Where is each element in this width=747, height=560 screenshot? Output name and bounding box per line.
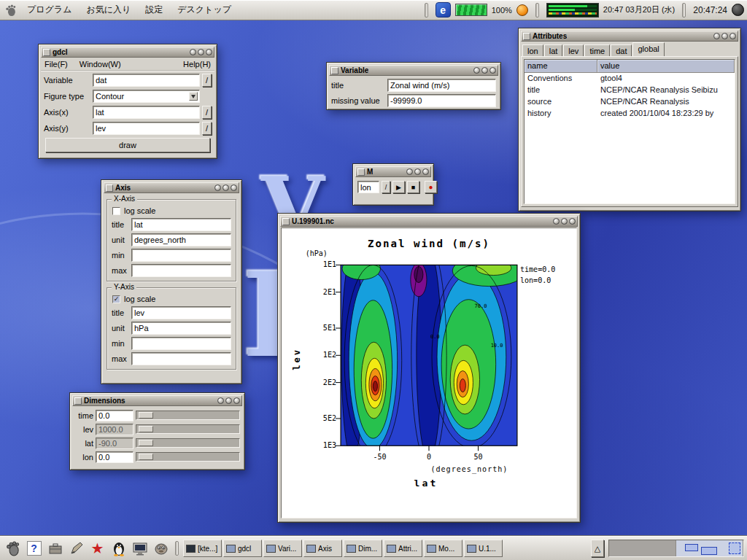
axis-y-slash-button[interactable]: /: [202, 122, 212, 135]
tab-time[interactable]: time: [584, 44, 610, 56]
table-row[interactable]: history created 2001/10/04 18:23:29 by: [525, 108, 735, 120]
lev-slider[interactable]: [136, 424, 240, 434]
variable-field[interactable]: dat: [93, 74, 200, 87]
title-field[interactable]: Zonal wind (m/s): [387, 79, 496, 92]
pager-arrow-button[interactable]: △: [591, 540, 604, 557]
table-row[interactable]: title NCEP/NCAR Reanalysis Seibizu: [525, 85, 735, 96]
lon-slider[interactable]: [136, 452, 240, 462]
menu-help[interactable]: Help(H): [183, 60, 211, 69]
window-menu-icon[interactable]: [43, 49, 50, 56]
mini-window[interactable]: [685, 544, 698, 551]
pen-launcher[interactable]: [66, 539, 86, 558]
axis-x-field[interactable]: lat: [93, 106, 200, 119]
menu-file[interactable]: File(F): [44, 60, 68, 69]
task-variable[interactable]: Vari...: [263, 540, 302, 557]
minimize-button[interactable]: [553, 218, 560, 225]
lat-slider[interactable]: [136, 438, 240, 448]
panel-corner-icon[interactable]: [732, 4, 744, 16]
star-launcher[interactable]: ★: [88, 539, 107, 558]
axis-titlebar[interactable]: Axis: [104, 182, 239, 193]
axis-x-slash-button[interactable]: /: [202, 106, 212, 119]
task-plot[interactable]: U.1...: [464, 540, 503, 557]
draw-button[interactable]: draw: [45, 138, 210, 152]
close-button[interactable]: [489, 67, 496, 74]
slider-handle[interactable]: [139, 440, 153, 446]
maximize-button[interactable]: [225, 397, 232, 404]
clock-time[interactable]: 20:47:24: [693, 5, 727, 15]
slash-button[interactable]: /: [382, 181, 390, 193]
mini-window-selected[interactable]: [729, 542, 740, 554]
y-title-field[interactable]: lev: [131, 306, 231, 319]
table-row[interactable]: Conventions gtool4: [525, 73, 735, 85]
menu-desktop[interactable]: デスクトップ: [171, 1, 238, 18]
desk-guide[interactable]: [608, 540, 744, 557]
minimize-button[interactable]: [713, 33, 720, 39]
menu-programs[interactable]: プログラム: [20, 1, 78, 18]
help-launcher[interactable]: ?: [24, 539, 44, 558]
menu-settings[interactable]: 設定: [139, 1, 169, 18]
missing-value-field[interactable]: -99999.0: [387, 94, 496, 107]
close-button[interactable]: [729, 33, 736, 39]
maximize-button[interactable]: [222, 184, 229, 191]
menu-window[interactable]: Window(W): [80, 60, 121, 69]
panel-separator[interactable]: [425, 3, 428, 18]
y-log-scale-checkbox[interactable]: ✓: [112, 295, 120, 303]
task-gdcl[interactable]: gdcl: [223, 540, 262, 557]
tab-lon[interactable]: lon: [522, 44, 543, 56]
dropdown-arrow-icon[interactable]: [189, 92, 198, 101]
column-header-name[interactable]: name: [525, 60, 597, 72]
dimension-combo[interactable]: lon: [357, 181, 379, 193]
maximize-button[interactable]: [481, 67, 488, 74]
slider-handle[interactable]: [139, 454, 153, 460]
lon-field[interactable]: 0.0: [96, 451, 133, 463]
menu-favorites[interactable]: お気に入り: [80, 1, 137, 18]
slider-handle[interactable]: [139, 412, 153, 419]
minimize-button[interactable]: [406, 168, 413, 175]
desktop-2-active[interactable]: [676, 540, 743, 556]
task-dimensions[interactable]: Dim...: [344, 540, 382, 557]
minimize-button[interactable]: [214, 184, 221, 191]
desktop-1[interactable]: [609, 540, 676, 556]
minimize-button[interactable]: [217, 397, 224, 404]
y-max-field[interactable]: [131, 352, 231, 365]
x-title-field[interactable]: lat: [131, 218, 231, 231]
display-launcher[interactable]: [130, 539, 150, 558]
column-header-value[interactable]: value: [597, 60, 735, 72]
electric-eyes-icon[interactable]: e: [436, 2, 451, 18]
maximize-button[interactable]: [198, 49, 204, 55]
minimize-button[interactable]: [473, 67, 480, 74]
main-menu-button[interactable]: [3, 539, 23, 558]
attributes-titlebar[interactable]: Attributes: [521, 31, 738, 42]
main-menu-icon[interactable]: [3, 2, 19, 18]
tab-lev[interactable]: lev: [563, 44, 584, 56]
close-button[interactable]: [206, 49, 212, 55]
record-button[interactable]: ●: [425, 181, 437, 193]
time-slider[interactable]: [136, 411, 240, 420]
variable-slash-button[interactable]: /: [202, 74, 212, 87]
window-menu-icon[interactable]: [357, 168, 365, 176]
maximize-button[interactable]: [414, 168, 421, 175]
tux-launcher[interactable]: [109, 539, 128, 558]
x-max-field[interactable]: [131, 264, 231, 277]
slider-handle[interactable]: [139, 426, 153, 432]
tab-lat[interactable]: lat: [544, 44, 563, 56]
monitor-titlebar[interactable]: M: [355, 166, 431, 177]
minimize-button[interactable]: [190, 49, 196, 55]
plot-canvas[interactable]: Zonal wind (m/s) (hPa) lev time=0.0 lon=…: [281, 228, 577, 518]
table-row[interactable]: source NCEP/NCAR Reanalysis: [525, 96, 735, 108]
close-button[interactable]: [422, 168, 429, 175]
panel-separator[interactable]: [535, 3, 539, 18]
close-button[interactable]: [569, 218, 576, 225]
y-unit-field[interactable]: hPa: [131, 322, 231, 335]
close-button[interactable]: [231, 184, 237, 191]
window-menu-icon[interactable]: [74, 397, 82, 405]
system-monitor-graph[interactable]: [546, 3, 599, 18]
stop-button[interactable]: ■: [407, 181, 419, 193]
variable-titlebar[interactable]: Variable: [329, 65, 498, 76]
window-menu-icon[interactable]: [282, 218, 290, 225]
tab-dat[interactable]: dat: [611, 44, 632, 56]
task-kterm[interactable]: [kte...]: [183, 540, 222, 557]
close-button[interactable]: [233, 397, 240, 404]
maximize-button[interactable]: [721, 33, 728, 39]
x-unit-field[interactable]: degrees_north: [131, 233, 231, 246]
